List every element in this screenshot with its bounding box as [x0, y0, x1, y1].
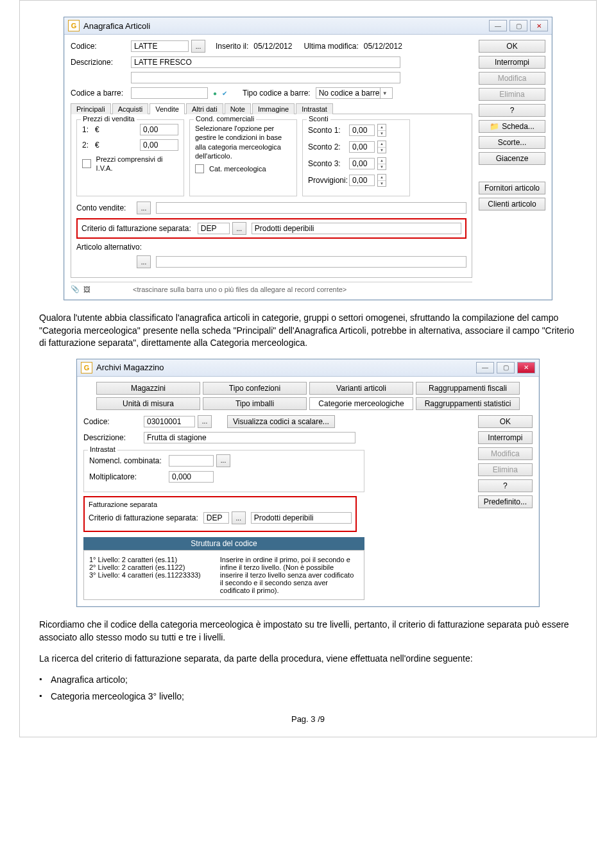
ok-button-2[interactable]: OK [478, 415, 533, 428]
criterio-highlight: Criterio di fatturazione separata: DEP .… [76, 218, 466, 239]
alt-input[interactable] [156, 256, 466, 268]
lookup-button[interactable]: ... [198, 415, 212, 428]
bullet-list: Anagrafica articolo; Categoria merceolog… [39, 674, 577, 701]
titlebar-2: G Archivi Magazzino — ▢ ✕ [77, 359, 539, 377]
list-item: Categoria merceologica 3° livello; [39, 691, 577, 701]
app-icon: G [81, 362, 92, 373]
descrizione2-input[interactable] [131, 72, 400, 83]
visualizza-button[interactable]: Visualizza codici a scalare... [227, 415, 335, 428]
attachment-bar[interactable]: 📎 🖼 <trascinare sulla barra uno o più fi… [71, 282, 472, 293]
tipobarre-select[interactable]: No codice a barre▼ [316, 87, 393, 99]
tab-altri[interactable]: Altri dati [186, 103, 223, 114]
desc-input-2[interactable]: Frutta di stagione [144, 432, 355, 443]
descrizione-label: Descrizione: [71, 58, 128, 67]
codice-input[interactable]: LATTE [131, 40, 189, 52]
tab-acquisti[interactable]: Acquisti [112, 103, 149, 114]
window-archivi: G Archivi Magazzino — ▢ ✕ Magazzini Tipo… [76, 359, 540, 607]
interrompi-button-2[interactable]: Interrompi [478, 431, 533, 444]
tab-varianti[interactable]: Varianti articoli [309, 382, 413, 395]
tab-imballi[interactable]: Tipo imballi [203, 397, 307, 410]
help-button[interactable]: ? [479, 104, 545, 117]
tab-intrastat[interactable]: Intrastat [296, 103, 333, 114]
close-icon[interactable]: ✕ [530, 20, 548, 31]
tab-raggfisc[interactable]: Raggruppamenti fiscali [416, 382, 520, 395]
window-title-2: Archivi Magazzino [96, 363, 164, 372]
tab-catmerc[interactable]: Categorie merceologiche [309, 397, 413, 410]
iva-checkbox[interactable] [82, 159, 91, 168]
modifica-button[interactable]: Modifica [479, 72, 545, 85]
page-number: Pag. 3 /9 [39, 714, 577, 724]
elimina-button[interactable]: Elimina [479, 88, 545, 101]
criterio-label: Criterio di fatturazione separata: [81, 224, 191, 233]
struttura-body: 1° Livello: 2 caratteri (es.11) 2° Livel… [83, 550, 364, 600]
nomencl-input[interactable] [169, 455, 214, 467]
tab-note[interactable]: Note [225, 103, 251, 114]
criterio-desc-2: Prodotti deperibili [251, 512, 352, 524]
sconto2-input[interactable]: 0,00 [349, 141, 375, 153]
document-page: G Anagrafica Articoli — ▢ ✕ Codice: LATT… [19, 0, 597, 737]
group-cond: Cond. commerciali Selezionare l'opzione … [189, 119, 297, 196]
inserito-value: 05/12/2012 [253, 42, 292, 51]
ok-button[interactable]: OK [479, 40, 545, 53]
tab-vendite[interactable]: Vendite [150, 103, 185, 114]
sconto3-input[interactable]: 0,00 [349, 158, 375, 169]
image-icon: 🖼 [83, 286, 90, 293]
conto-lookup[interactable]: ... [137, 202, 151, 214]
tab-raggstat[interactable]: Raggruppamenti statistici [416, 397, 520, 410]
barre-input[interactable] [131, 87, 208, 99]
tabs: Principali Acquisti Vendite Altri dati N… [71, 103, 472, 114]
help-button-2[interactable]: ? [478, 479, 533, 492]
criterio-desc: Prodotti deperibili [252, 223, 461, 234]
descrizione-input[interactable]: LATTE FRESCO [131, 56, 400, 68]
predefinito-button[interactable]: Predefinito... [478, 495, 533, 508]
maximize-icon[interactable]: ▢ [509, 20, 527, 31]
conto-input[interactable] [156, 202, 466, 214]
tab-unita[interactable]: Unità di misura [96, 397, 200, 410]
app-icon: G [68, 20, 80, 31]
clienti-button[interactable]: Clienti articolo [479, 198, 545, 210]
scheda-button[interactable]: 📁Scheda... [479, 120, 545, 133]
tab-principali[interactable]: Principali [71, 103, 111, 114]
tab-magazzini[interactable]: Magazzini [96, 382, 200, 395]
elimina-button-2[interactable]: Elimina [478, 463, 533, 476]
paragraph-3: La ricerca del criterio di fatturazione … [39, 653, 577, 665]
minimize-icon[interactable]: — [476, 362, 494, 373]
criterio-code-2[interactable]: DEP [203, 512, 229, 524]
struttura-header: Struttura del codice [83, 537, 364, 550]
spinner[interactable]: ▲▼ [377, 124, 386, 137]
group-prezzi: Prezzi di vendita 1: €0,00 2: €0,00 Prez… [76, 119, 184, 196]
codice-label: Codice: [71, 42, 128, 51]
prezzo2-input[interactable]: 0,00 [140, 139, 178, 151]
catmerc-checkbox[interactable] [195, 164, 204, 173]
codice-input-2[interactable]: 03010001 [144, 416, 195, 427]
list-item: Anagrafica articolo; [39, 674, 577, 685]
paragraph-1: Qualora l'utente abbia classificato l'an… [39, 312, 577, 350]
close-icon[interactable]: ✕ [517, 362, 535, 373]
scorte-button[interactable]: Scorte... [479, 136, 545, 149]
tipobarre-label: Tipo codice a barre: [243, 89, 311, 98]
criterio-lookup[interactable]: ... [232, 222, 246, 235]
tab-confezioni[interactable]: Tipo confezioni [203, 382, 307, 395]
fornitori-button[interactable]: Fornitori articolo [479, 182, 545, 194]
interrompi-button[interactable]: Interrompi [479, 56, 545, 69]
giacenze-button[interactable]: Giacenze [479, 152, 545, 165]
provv-input[interactable]: 0,00 [349, 175, 375, 186]
tab-immagine[interactable]: Immagine [252, 103, 295, 114]
lookup-button[interactable]: ... [191, 40, 205, 53]
molt-input[interactable]: 0,000 [169, 471, 214, 483]
criterio-code[interactable]: DEP [198, 223, 230, 234]
modifica-button-2[interactable]: Modifica [478, 447, 533, 460]
titlebar: G Anagrafica Articoli — ▢ ✕ [64, 17, 552, 35]
maximize-icon[interactable]: ▢ [497, 362, 515, 373]
prezzo1-input[interactable]: 0,00 [140, 124, 178, 135]
group-intrastat: Intrastat Nomencl. combinata:... Moltipl… [83, 450, 364, 492]
sconto1-input[interactable]: 0,00 [349, 124, 375, 136]
group-sconti: Sconti Sconto 1:0,00▲▼ Sconto 2:0,00▲▼ S… [302, 119, 410, 196]
alt-lookup[interactable]: ... [137, 255, 151, 268]
modifica-label: Ultima modifica: [304, 42, 358, 51]
minimize-icon[interactable]: — [489, 20, 507, 31]
window-anagrafica: G Anagrafica Articoli — ▢ ✕ Codice: LATT… [64, 17, 552, 300]
codice-label-2: Codice: [83, 417, 141, 426]
fatturazione-highlight: Fatturazione separata Criterio di fattur… [83, 496, 357, 532]
window-title: Anagrafica Articoli [83, 21, 150, 31]
